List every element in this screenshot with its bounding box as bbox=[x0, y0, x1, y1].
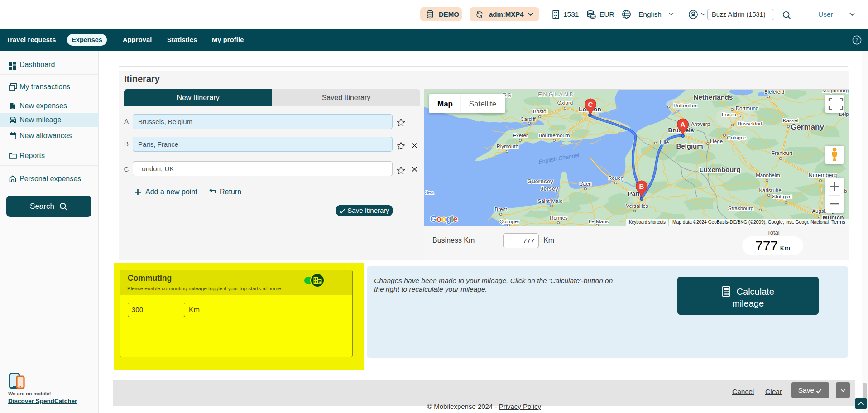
svg-text:Versailles: Versailles bbox=[626, 203, 648, 209]
svg-text:Guernsey: Guernsey bbox=[527, 178, 553, 185]
svg-text:Plymouth: Plymouth bbox=[497, 144, 518, 149]
svg-text:Luxembourg: Luxembourg bbox=[700, 166, 741, 173]
svg-text:Oxford: Oxford bbox=[557, 100, 573, 106]
svg-text:Terms: Terms bbox=[831, 220, 845, 225]
svg-text:C: C bbox=[588, 101, 593, 108]
svg-text:Le Mans: Le Mans bbox=[589, 219, 609, 224]
svg-text:Nuremberg: Nuremberg bbox=[809, 172, 837, 178]
svg-text:Stuttgart: Stuttgart bbox=[772, 194, 792, 199]
svg-text:A: A bbox=[681, 120, 686, 128]
svg-text:ENGLAND: ENGLAND bbox=[538, 91, 575, 98]
svg-text:Google: Google bbox=[430, 214, 457, 224]
svg-text:Cologne: Cologne bbox=[727, 135, 747, 140]
svg-text:Mannheim: Mannheim bbox=[756, 173, 780, 178]
svg-text:?: ? bbox=[856, 37, 858, 43]
svg-text:Düsseldorf: Düsseldorf bbox=[738, 121, 763, 126]
svg-text:Quimper: Quimper bbox=[499, 219, 519, 224]
svg-text:Caen: Caen bbox=[579, 181, 592, 187]
svg-text:Sea: Sea bbox=[425, 190, 434, 195]
svg-text:Rouen: Rouen bbox=[608, 175, 623, 181]
svg-text:Satellite: Satellite bbox=[469, 100, 496, 108]
svg-text:Bournemouth: Bournemouth bbox=[538, 133, 570, 138]
svg-text:Saint-Malo: Saint-Malo bbox=[538, 198, 563, 204]
svg-text:Belgium: Belgium bbox=[676, 142, 703, 150]
svg-text:Strasbourg: Strasbourg bbox=[728, 206, 753, 211]
svg-text:Dortmund: Dortmund bbox=[736, 106, 759, 111]
svg-text:Karlsruhe: Karlsruhe bbox=[759, 187, 781, 193]
svg-text:Exeter: Exeter bbox=[513, 133, 528, 138]
svg-text:Liège: Liège bbox=[710, 139, 723, 144]
svg-text:Jersey: Jersey bbox=[540, 186, 558, 192]
svg-text:Frankfurt: Frankfurt bbox=[772, 150, 793, 156]
svg-text:Germany: Germany bbox=[791, 123, 824, 131]
svg-text:Lille: Lille bbox=[660, 139, 669, 145]
svg-text:Rennes: Rennes bbox=[550, 215, 568, 221]
svg-text:Keyboard shortcuts: Keyboard shortcuts bbox=[629, 220, 666, 225]
svg-text:Kassel: Kassel bbox=[783, 118, 799, 123]
svg-text:Bielefeld: Bielefeld bbox=[764, 90, 784, 95]
svg-text:Rotterdam: Rotterdam bbox=[673, 103, 698, 108]
svg-text:Essen: Essen bbox=[722, 112, 736, 117]
svg-text:Antwerp: Antwerp bbox=[691, 121, 710, 127]
svg-text:Map: Map bbox=[437, 100, 453, 108]
svg-text:B: B bbox=[639, 182, 644, 190]
svg-text:Map data ©2024 GeoBasis-DE/BKG: Map data ©2024 GeoBasis-DE/BKG (©2009), … bbox=[672, 220, 829, 225]
svg-text:Bristol: Bristol bbox=[533, 109, 547, 114]
svg-text:Cardiff: Cardiff bbox=[520, 116, 536, 122]
svg-text:Magdeburg: Magdeburg bbox=[822, 90, 849, 93]
svg-text:Brest: Brest bbox=[495, 206, 508, 212]
svg-text:Netherlands: Netherlands bbox=[694, 93, 733, 101]
